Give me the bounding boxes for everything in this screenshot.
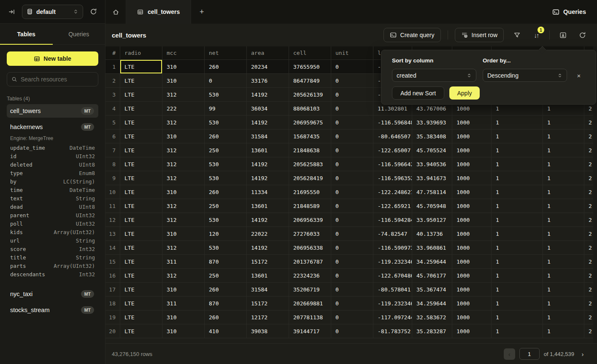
data-cell[interactable]: 21695550 (289, 185, 331, 199)
data-cell[interactable]: -81.783752 (373, 324, 412, 338)
data-cell[interactable]: -116.590973 (373, 241, 412, 255)
row-number-cell[interactable]: 3 (105, 88, 120, 102)
data-cell[interactable]: 0 (331, 102, 373, 116)
row-number-cell[interactable]: 10 (105, 185, 120, 199)
new-table-button[interactable]: New table (7, 51, 98, 66)
data-cell[interactable]: 31584 (247, 283, 289, 297)
data-cell[interactable]: 0 (331, 269, 373, 283)
data-cell[interactable]: 870 (205, 297, 247, 310)
data-cell[interactable]: 1000 (452, 324, 492, 338)
data-cell[interactable]: 32.583672 (412, 310, 452, 324)
data-cell[interactable]: 1 (492, 255, 543, 269)
sidebar-table-item[interactable]: stocks_streamMT (7, 303, 98, 317)
row-number-cell[interactable]: 17 (105, 283, 120, 297)
data-cell[interactable]: 312 (162, 241, 205, 255)
data-cell[interactable]: -116.596352 (373, 171, 412, 185)
data-cell[interactable]: 222 (162, 102, 205, 116)
data-cell[interactable]: -119.232346 (373, 255, 412, 269)
data-cell[interactable]: 1 (492, 310, 543, 324)
data-cell[interactable]: 201376787 (289, 255, 331, 269)
data-cell[interactable]: 1 (492, 283, 543, 297)
row-number-cell[interactable]: 2 (105, 74, 120, 88)
data-cell[interactable]: 0 (331, 199, 373, 213)
data-cell[interactable]: 39038 (247, 324, 289, 338)
data-cell[interactable]: 14192 (247, 116, 289, 129)
row-number-cell[interactable]: 14 (105, 241, 120, 255)
row-number-cell[interactable]: 15 (105, 255, 120, 269)
data-cell[interactable]: 2 (584, 171, 593, 185)
data-cell[interactable]: -116.596848 (373, 116, 412, 129)
data-cell[interactable]: 530 (205, 116, 247, 129)
data-cell[interactable]: 312 (162, 143, 205, 157)
data-cell[interactable]: 0 (331, 241, 373, 255)
data-cell[interactable]: 206959675 (289, 116, 331, 129)
data-cell[interactable]: 1000 (452, 241, 492, 255)
data-cell[interactable]: 2 (584, 297, 593, 310)
data-cell[interactable]: 1 (543, 241, 584, 255)
data-cell[interactable]: 1000 (452, 213, 492, 227)
data-cell[interactable]: 0 (331, 171, 373, 185)
data-cell[interactable]: 2 (584, 283, 593, 297)
column-header[interactable]: unit (331, 46, 373, 60)
data-cell[interactable]: 33.960861 (412, 241, 452, 255)
data-cell[interactable]: 0 (331, 227, 373, 241)
database-selector[interactable]: default (22, 5, 83, 19)
data-cell[interactable]: 14192 (247, 157, 289, 171)
data-cell[interactable]: -117.097244 (373, 310, 412, 324)
sort-column-select[interactable]: created (392, 69, 476, 82)
data-cell[interactable]: 0 (331, 310, 373, 324)
sort-order-select[interactable]: Descending (483, 69, 567, 82)
data-cell[interactable]: 40.13736 (412, 227, 452, 241)
data-cell[interactable]: 1 (492, 129, 543, 143)
data-cell[interactable]: 1000 (452, 171, 492, 185)
data-cell[interactable]: 205626139 (289, 88, 331, 102)
data-cell[interactable]: 120 (205, 227, 247, 241)
data-cell[interactable]: LTE (120, 199, 162, 213)
data-cell[interactable]: 1 (543, 213, 584, 227)
data-cell[interactable]: LTE (120, 185, 162, 199)
data-cell[interactable]: 310 (162, 60, 205, 74)
data-cell[interactable]: 1000 (452, 255, 492, 269)
data-cell[interactable]: 312 (162, 269, 205, 283)
row-number-cell[interactable]: 8 (105, 157, 120, 171)
data-cell[interactable]: 250 (205, 143, 247, 157)
data-cell[interactable]: 13601 (247, 269, 289, 283)
data-cell[interactable]: 2 (584, 255, 593, 269)
data-cell[interactable]: 99 (205, 102, 247, 116)
data-cell[interactable]: 21848638 (289, 143, 331, 157)
data-cell[interactable]: 310 (162, 310, 205, 324)
data-cell[interactable]: 1000 (452, 185, 492, 199)
data-cell[interactable]: 1 (543, 171, 584, 185)
data-cell[interactable]: 14192 (247, 171, 289, 185)
data-cell[interactable]: 21848589 (289, 199, 331, 213)
data-cell[interactable]: 14192 (247, 213, 289, 227)
data-cell[interactable]: 11334 (247, 185, 289, 199)
sidebar-table-item[interactable]: nyc_taxiMT (7, 287, 98, 301)
column-header[interactable]: mcc (162, 46, 205, 60)
data-cell[interactable]: 260 (205, 129, 247, 143)
data-cell[interactable]: 311 (162, 255, 205, 269)
data-cell[interactable]: 202669881 (289, 297, 331, 310)
row-number-cell[interactable]: 7 (105, 143, 120, 157)
data-cell[interactable]: 1000 (452, 143, 492, 157)
selected-cell[interactable]: LTE (120, 60, 162, 74)
column-header[interactable]: net (205, 46, 247, 60)
data-cell[interactable]: 1000 (452, 227, 492, 241)
data-cell[interactable]: 312 (162, 88, 205, 102)
data-cell[interactable]: 37655950 (289, 60, 331, 74)
data-cell[interactable]: 1000 (452, 310, 492, 324)
home-button[interactable] (105, 0, 126, 24)
data-cell[interactable]: 1 (492, 297, 543, 310)
data-cell[interactable]: 2 (584, 310, 593, 324)
data-cell[interactable]: 14192 (247, 241, 289, 255)
sort-button[interactable]: ↓↑ 1 (530, 29, 543, 41)
data-cell[interactable]: LTE (120, 213, 162, 227)
data-cell[interactable]: 1 (492, 157, 543, 171)
data-cell[interactable]: 36034 (247, 102, 289, 116)
data-cell[interactable]: 310 (162, 129, 205, 143)
data-cell[interactable]: 0 (331, 255, 373, 269)
data-cell[interactable]: LTE (120, 171, 162, 185)
data-cell[interactable]: 310 (162, 74, 205, 88)
data-cell[interactable]: -80.578041 (373, 283, 412, 297)
data-cell[interactable]: 2 (584, 269, 593, 283)
